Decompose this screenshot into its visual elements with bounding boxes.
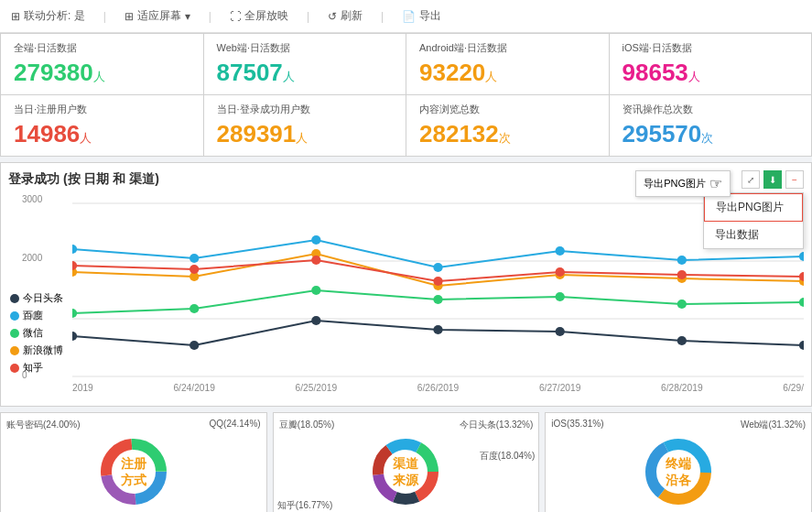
svg-point-24 xyxy=(799,298,804,307)
refresh-btn[interactable]: ↺ 刷新 xyxy=(328,8,363,24)
donut-card-device: iOS(35.31%) Web端(31.32%) Android(33.37%)… xyxy=(545,412,812,512)
close-icon[interactable]: − xyxy=(785,170,804,189)
stats-row1: 全端·日活数据 279380人 Web端·日活数据 87507人 Android… xyxy=(0,33,812,95)
stat-card-1: Web端·日活数据 87507人 xyxy=(204,34,406,94)
refresh-icon: ↺ xyxy=(328,10,337,23)
divider2: | xyxy=(209,10,211,23)
stat-card-0: 全端·日活数据 279380人 xyxy=(1,34,203,94)
chart-tools: ⤢ ⬇ − 导出PNG图片 导出数据 导出PNG图片 ☞ xyxy=(742,170,804,189)
stat2-label-3: 资讯操作总次数 xyxy=(623,103,799,116)
svg-point-13 xyxy=(311,235,320,245)
download-icon[interactable]: ⬇ xyxy=(763,170,782,189)
divider1: | xyxy=(103,10,106,23)
donut2-center-text: 渠道来源 xyxy=(393,455,418,488)
adapt-screen-btn[interactable]: ⊞ 适应屏幕 ▾ xyxy=(125,8,190,24)
export-btn[interactable]: 📄 导出 xyxy=(402,8,441,24)
refresh-label: 刷新 xyxy=(341,8,363,24)
svg-point-11 xyxy=(72,245,77,254)
stat-value-1: 87507人 xyxy=(217,59,394,87)
chart-title: 登录成功 (按 日期 和 渠道) xyxy=(8,171,159,188)
stat-label-0: 全端·日活数据 xyxy=(14,41,190,55)
stat-value-0: 279380人 xyxy=(14,59,190,87)
svg-point-37 xyxy=(677,270,687,279)
svg-point-15 xyxy=(556,246,565,256)
export-dropdown: 导出PNG图片 导出数据 xyxy=(703,192,804,249)
legend-dot-4 xyxy=(10,364,19,373)
svg-text:6/29/2019: 6/29/2019 xyxy=(783,383,804,393)
svg-point-12 xyxy=(189,254,199,263)
expand-icon[interactable]: ⤢ xyxy=(742,170,760,189)
divider3: | xyxy=(307,10,309,23)
export-png-item[interactable]: 导出PNG图片 xyxy=(704,193,803,222)
donut3-wrapper: 终端沿各 xyxy=(553,420,804,512)
svg-point-4 xyxy=(72,332,77,341)
stat2-label-1: 当日·登录成功用户数 xyxy=(217,103,394,116)
linked-label: 联动分析: 是 xyxy=(24,8,85,24)
stat2-card-3: 资讯操作总次数 295570次 xyxy=(610,95,812,156)
donut-card-channel: 豆瓣(18.05%) 今日头条(13.32%) 百度(18.04%) 知乎(16… xyxy=(273,412,540,512)
stat-value-3: 98653人 xyxy=(623,59,799,87)
stat2-card-1: 当日·登录成功用户数 289391人 xyxy=(204,95,406,156)
linked-analysis: ⊞ 联动分析: 是 xyxy=(11,8,85,24)
svg-text:6/26/2019: 6/26/2019 xyxy=(417,383,460,393)
svg-point-36 xyxy=(556,267,565,277)
adapt-icon: ⊞ xyxy=(125,10,134,23)
stat2-card-0: 当日·注册用户数 14986人 xyxy=(1,95,203,156)
legend-dot-3 xyxy=(10,346,19,355)
svg-text:6/28/2019: 6/28/2019 xyxy=(661,383,703,393)
stat-label-3: iOS端·日活数据 xyxy=(623,41,799,55)
tooltip-text: 导出PNG图片 xyxy=(644,177,706,191)
cursor-icon: ☞ xyxy=(709,175,722,192)
export-data-item[interactable]: 导出数据 xyxy=(704,222,803,248)
link-icon: ⊞ xyxy=(11,10,20,23)
svg-point-19 xyxy=(189,304,199,313)
chevron-down-icon: ▾ xyxy=(185,10,190,23)
svg-point-35 xyxy=(433,277,442,286)
donut-card-registration: 账号密码(24.00%) QQ(24.14%) 手机号(25.99%) 微信(2… xyxy=(0,412,267,512)
stat2-label-2: 内容浏览总数 xyxy=(419,103,596,116)
stat-card-2: Android端·日活数据 93220人 xyxy=(406,34,609,94)
stat2-value-3: 295570次 xyxy=(623,120,799,148)
svg-point-10 xyxy=(799,341,804,350)
legend-dot-0 xyxy=(10,294,19,303)
svg-text:6/23/2019: 6/23/2019 xyxy=(72,383,93,393)
svg-text:6/24/2019: 6/24/2019 xyxy=(173,383,215,393)
adapt-label: 适应屏幕 xyxy=(137,8,181,24)
donut1-wrapper: 注册方式 xyxy=(8,420,259,512)
svg-point-33 xyxy=(189,265,199,274)
stat-value-2: 93220人 xyxy=(419,59,596,87)
donuts-container: 账号密码(24.00%) QQ(24.14%) 手机号(25.99%) 微信(2… xyxy=(0,412,812,512)
svg-point-16 xyxy=(677,256,687,265)
fullscreen-icon: ⛶ xyxy=(230,10,241,23)
chart-svg: 6/23/2019 6/24/2019 6/25/2019 6/26/2019 … xyxy=(72,194,804,396)
chart-section: 登录成功 (按 日期 和 渠道) ⤢ ⬇ − 导出PNG图片 导出数据 导出PN… xyxy=(0,162,812,407)
y-axis: 0 1000 2000 3000 xyxy=(22,194,42,398)
export-icon: 📄 xyxy=(402,10,416,23)
svg-point-32 xyxy=(72,261,77,270)
chart-container: 0 1000 2000 3000 xyxy=(72,194,804,398)
svg-point-22 xyxy=(556,292,565,301)
stat2-label-0: 当日·注册用户数 xyxy=(14,103,190,116)
svg-point-14 xyxy=(433,263,442,272)
svg-point-5 xyxy=(189,341,199,350)
svg-point-8 xyxy=(556,327,565,336)
divider4: | xyxy=(381,10,384,23)
svg-text:6/25/2019: 6/25/2019 xyxy=(296,383,338,393)
fullscreen-btn[interactable]: ⛶ 全屏放映 xyxy=(230,8,288,24)
stat-card-3: iOS端·日活数据 98653人 xyxy=(610,34,812,94)
svg-point-6 xyxy=(311,316,320,325)
svg-point-20 xyxy=(311,286,320,295)
donut1-center-text: 注册方式 xyxy=(121,455,146,488)
svg-text:6/27/2019: 6/27/2019 xyxy=(539,383,581,393)
svg-point-7 xyxy=(433,325,442,334)
stat2-value-0: 14986人 xyxy=(14,120,190,148)
stat2-value-2: 282132次 xyxy=(419,120,596,148)
chart-header: 登录成功 (按 日期 和 渠道) ⤢ ⬇ − 导出PNG图片 导出数据 导出PN… xyxy=(8,170,804,189)
stats-row2: 当日·注册用户数 14986人 当日·登录成功用户数 289391人 内容浏览总… xyxy=(0,95,812,157)
legend-dot-1 xyxy=(10,311,19,321)
stat-label-2: Android端·日活数据 xyxy=(419,41,596,55)
export-tooltip: 导出PNG图片 ☞ xyxy=(635,170,731,197)
svg-point-18 xyxy=(72,309,77,318)
export-label: 导出 xyxy=(419,8,441,24)
svg-point-9 xyxy=(677,336,687,345)
